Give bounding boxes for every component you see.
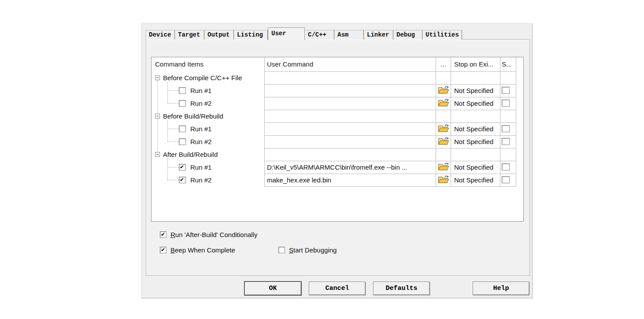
stop-on-exit-cell[interactable]: Not Specified bbox=[454, 135, 499, 148]
tab-c-cpp[interactable]: C/C++ bbox=[305, 30, 334, 40]
tab-asm[interactable]: Asm bbox=[334, 30, 364, 40]
tree-connector bbox=[167, 103, 179, 104]
tree-run-label[interactable]: Run #1 bbox=[190, 84, 211, 97]
s-column-checkbox[interactable] bbox=[502, 176, 510, 183]
browse-folder-button[interactable] bbox=[437, 136, 450, 147]
run-enable-checkbox[interactable] bbox=[179, 126, 186, 132]
grid-divider bbox=[500, 57, 500, 186]
option-label: Start Debugging bbox=[289, 246, 337, 254]
option-run-after-build-conditionally[interactable]: Run 'After-Build' Conditionally bbox=[160, 231, 258, 238]
cancel-button[interactable]: Cancel bbox=[309, 282, 366, 295]
column-header-stop-on-exit: Stop on Exi... bbox=[454, 57, 493, 71]
column-header-command-items: Command Items bbox=[155, 57, 204, 71]
open-folder-icon bbox=[437, 162, 449, 171]
tree-connector bbox=[167, 159, 168, 180]
open-folder-icon bbox=[437, 136, 449, 146]
option-label: Beep When Complete bbox=[170, 246, 235, 254]
browse-folder-button[interactable] bbox=[437, 98, 450, 108]
run-enable-checkbox[interactable] bbox=[179, 87, 186, 94]
s-column-checkbox[interactable] bbox=[502, 138, 510, 145]
tree-connector bbox=[167, 120, 168, 141]
grid-divider bbox=[264, 71, 516, 72]
open-folder-icon bbox=[437, 98, 449, 108]
run-enable-checkbox[interactable] bbox=[179, 138, 186, 145]
defaults-button[interactable]: Defaults bbox=[373, 282, 430, 295]
option-beep-when-complete[interactable]: Beep When Complete bbox=[160, 246, 235, 254]
browse-folder-button[interactable] bbox=[437, 162, 450, 172]
tree-group-label[interactable]: Before Compile C/C++ File bbox=[163, 71, 242, 84]
grid-divider bbox=[264, 57, 265, 186]
tree-connector bbox=[167, 90, 179, 91]
tab-utilities[interactable]: Utilities bbox=[422, 30, 462, 40]
browse-folder-button[interactable] bbox=[437, 174, 450, 185]
beep-when-complete-checkbox[interactable] bbox=[160, 247, 167, 253]
s-column-checkbox[interactable] bbox=[502, 163, 510, 171]
user-command-cell[interactable] bbox=[267, 122, 433, 135]
grid-divider bbox=[436, 57, 436, 186]
grid-divider bbox=[264, 148, 516, 148]
tree-run-label[interactable]: Run #2 bbox=[190, 135, 211, 148]
tree-run-label[interactable]: Run #1 bbox=[190, 122, 211, 135]
tab-device[interactable]: Device bbox=[145, 30, 175, 40]
user-command-cell[interactable] bbox=[267, 135, 433, 148]
open-folder-icon bbox=[437, 123, 449, 133]
ok-button[interactable]: OK bbox=[244, 282, 301, 295]
stop-on-exit-cell[interactable]: Not Specified bbox=[454, 161, 499, 174]
user-command-cell[interactable] bbox=[267, 84, 433, 97]
user-command-cell[interactable]: D:\Keil_v5\ARM\ARMCC\bin\fromelf.exe --b… bbox=[267, 161, 433, 174]
run-enable-checkbox[interactable] bbox=[179, 164, 186, 171]
tree-expander-minus[interactable] bbox=[155, 75, 160, 80]
s-column-checkbox[interactable] bbox=[502, 125, 510, 132]
tree-run-label[interactable]: Run #2 bbox=[190, 97, 211, 110]
options-dialog: Device Target Output Listing User C/C++ … bbox=[141, 23, 532, 298]
help-button[interactable]: Help bbox=[473, 282, 529, 295]
tab-target[interactable]: Target bbox=[175, 30, 204, 40]
grid-divider bbox=[516, 57, 516, 186]
tree-run-label[interactable]: Run #1 bbox=[190, 161, 211, 174]
start-debugging-checkbox[interactable] bbox=[278, 247, 285, 253]
grid-divider bbox=[451, 57, 451, 186]
tab-listing[interactable]: Listing bbox=[234, 30, 268, 40]
browse-folder-button[interactable] bbox=[437, 123, 450, 134]
stop-on-exit-cell[interactable]: Not Specified bbox=[454, 174, 499, 186]
column-header-s: S... bbox=[502, 57, 512, 71]
browse-folder-button[interactable] bbox=[437, 85, 450, 96]
tree-expander-minus[interactable] bbox=[155, 114, 160, 119]
tree-expander-minus[interactable] bbox=[155, 152, 160, 157]
tree-connector bbox=[167, 141, 179, 142]
s-column-checkbox[interactable] bbox=[502, 87, 510, 94]
s-column-checkbox[interactable] bbox=[502, 100, 510, 107]
grid-divider bbox=[264, 110, 516, 110]
tab-output[interactable]: Output bbox=[204, 30, 234, 40]
tree-group-label[interactable]: Before Build/Rebuild bbox=[163, 110, 223, 122]
tree-connector bbox=[167, 167, 179, 167]
run-enable-checkbox[interactable] bbox=[179, 100, 186, 107]
tree-connector bbox=[167, 129, 179, 129]
option-start-debugging[interactable]: Start Debugging bbox=[278, 246, 337, 254]
run-enable-checkbox[interactable] bbox=[179, 177, 186, 183]
option-label: Run 'After-Build' Conditionally bbox=[170, 231, 258, 238]
user-command-cell[interactable]: make_hex.exe led.bin bbox=[267, 174, 433, 186]
stop-on-exit-cell[interactable]: Not Specified bbox=[454, 97, 499, 110]
user-tab-page: Command Items User Command ... Stop on E… bbox=[146, 39, 530, 276]
tab-user[interactable]: User bbox=[268, 27, 305, 40]
tab-strip: Device Target Output Listing User C/C++ … bbox=[145, 27, 462, 40]
column-header-browse: ... bbox=[440, 57, 446, 71]
tree-connector bbox=[167, 82, 168, 103]
tree-run-label[interactable]: Run #2 bbox=[190, 174, 211, 186]
command-grid: Command Items User Command ... Stop on E… bbox=[151, 57, 524, 222]
tree-group-label[interactable]: After Build/Rebuild bbox=[163, 148, 218, 161]
open-folder-icon bbox=[437, 174, 449, 184]
tree-connector bbox=[167, 180, 179, 180]
stop-on-exit-cell[interactable]: Not Specified bbox=[454, 122, 499, 135]
tab-debug[interactable]: Debug bbox=[393, 30, 422, 40]
open-folder-icon bbox=[437, 85, 449, 95]
tab-linker[interactable]: Linker bbox=[364, 30, 393, 40]
stop-on-exit-cell[interactable]: Not Specified bbox=[454, 84, 499, 97]
user-command-cell[interactable] bbox=[267, 97, 433, 110]
grid-divider bbox=[264, 186, 516, 187]
column-header-user-command: User Command bbox=[267, 57, 313, 71]
run-after-build-checkbox[interactable] bbox=[160, 231, 167, 238]
